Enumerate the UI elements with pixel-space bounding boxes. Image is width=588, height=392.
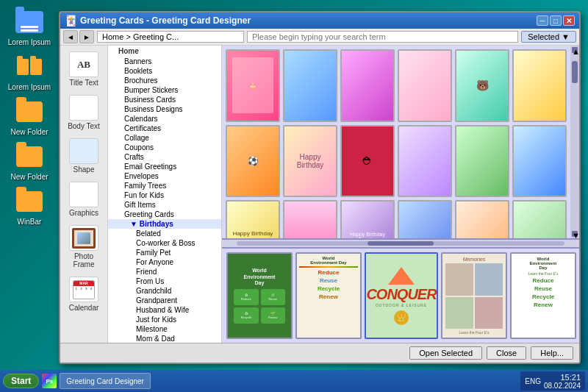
card-15[interactable]: Happy Birthday Grandpa: [340, 200, 395, 238]
tool-photo-frame[interactable]: Photo Frame: [62, 223, 105, 271]
cat-coupons[interactable]: Coupons: [108, 143, 221, 152]
desktop-icon-lorem2[interactable]: Lorem Ipsum: [4, 52, 55, 91]
cat-from-us[interactable]: From Us: [108, 277, 221, 286]
tool-graphics[interactable]: Graphics: [62, 179, 105, 219]
bottom-cards-strip: WorldEnvironmentDay ♻Reduce ↺Reuse ♻Recy…: [222, 247, 579, 343]
selected-button[interactable]: Selected ▼: [521, 31, 576, 43]
desktop: Lorem Ipsum Lorem Ipsum: [0, 0, 588, 392]
calendar-label: Calendar: [69, 304, 99, 312]
scroll-thumb[interactable]: [572, 61, 578, 83]
card-16[interactable]: [398, 200, 452, 238]
cat-greeting-cards[interactable]: Greeting Cards: [108, 210, 221, 219]
cat-email[interactable]: Email Greetings: [108, 162, 221, 171]
window-title: Greeting Cards - Greeting Card Designer: [80, 15, 251, 26]
cat-certificates[interactable]: Certificates: [108, 124, 221, 133]
cat-crafts[interactable]: Crafts: [108, 152, 221, 162]
tool-title-text[interactable]: AB Title Text: [62, 49, 105, 89]
card-6[interactable]: [512, 49, 567, 122]
body-text-label: Body Text: [68, 122, 100, 130]
cat-belated[interactable]: Belated: [108, 229, 221, 238]
photo-frame-label: Photo Frame: [65, 252, 103, 268]
cat-coworker[interactable]: Co-worker & Boss: [108, 238, 221, 248]
desktop-icon-lorem1[interactable]: Lorem Ipsum: [4, 7, 55, 46]
cat-biz-designs[interactable]: Business Designs: [108, 104, 221, 114]
tool-shape[interactable]: Shape: [62, 136, 105, 176]
cat-booklets[interactable]: Booklets: [108, 66, 221, 76]
help-button[interactable]: Help...: [531, 346, 573, 360]
close-button-action[interactable]: Close: [487, 346, 526, 360]
taskbar-app-btn[interactable]: Greeting Card Designer: [60, 373, 151, 389]
taskbar: Start Ps Greeting Card Designer ENG 15:2…: [0, 370, 588, 392]
body-text-icon: [69, 95, 98, 121]
card-13[interactable]: Happy Birthday Grandmother: [226, 200, 280, 238]
maximize-button[interactable]: □: [550, 15, 562, 26]
cat-husband-wife[interactable]: Husband & Wife: [108, 305, 221, 315]
bottom-card-env-white[interactable]: WorldEnvironmentDay Learn the Four E's R…: [510, 252, 576, 339]
bottom-card-env-green[interactable]: WorldEnvironmentDay ♻Reduce ↺Reuse ♻Recy…: [226, 252, 293, 339]
breadcrumb[interactable]: Home > Greeting C...: [97, 31, 244, 43]
cat-family-pet[interactable]: Family Pet: [108, 248, 221, 257]
window-controls: ─ □ ✕: [537, 15, 575, 26]
cat-biz-cards[interactable]: Business Cards: [108, 95, 221, 104]
minimize-button[interactable]: ─: [537, 15, 548, 26]
card-3[interactable]: [340, 49, 395, 122]
card-9[interactable]: ⛑: [340, 125, 395, 198]
cat-fun-kids[interactable]: Fun for Kids: [108, 190, 221, 200]
bottom-card-memories[interactable]: Memories Learn the Four E's: [441, 252, 507, 339]
start-button[interactable]: Start: [3, 374, 39, 388]
cat-home[interactable]: Home: [108, 46, 221, 57]
desktop-icon-new-folder2-label: New Folder: [10, 173, 48, 181]
cat-grandchild[interactable]: Grandchild: [108, 286, 221, 296]
search-input[interactable]: [247, 31, 518, 43]
calendar-icon: MAR 1234: [69, 277, 98, 302]
shape-icon: [69, 138, 98, 164]
cat-bumper[interactable]: Bumper Stickers: [108, 85, 221, 95]
forward-button[interactable]: ►: [79, 30, 94, 43]
cat-just-kids[interactable]: Just for Kids: [108, 315, 221, 324]
bottom-card-reduce[interactable]: WorldEnvironment Day Reduce Reuse Recycl…: [295, 252, 362, 339]
cat-family-trees[interactable]: Family Trees: [108, 181, 221, 190]
cat-gift[interactable]: Gift Items: [108, 200, 221, 210]
card-4[interactable]: [398, 49, 452, 122]
graphics-label: Graphics: [69, 209, 98, 217]
card-10[interactable]: [398, 125, 452, 198]
tools-panel: AB Title Text Body Text: [60, 46, 108, 343]
window-titlebar: 🃏 Greeting Cards - Greeting Card Designe…: [60, 13, 579, 29]
desktop-icon-lorem2-label: Lorem Ipsum: [8, 83, 51, 91]
cat-brochures[interactable]: Brochures: [108, 76, 221, 85]
cards-scrollbar[interactable]: ▲ ▼: [570, 46, 579, 238]
card-12[interactable]: [512, 125, 567, 198]
card-1[interactable]: 🎂: [226, 49, 280, 122]
card-18[interactable]: [512, 200, 567, 238]
card-2[interactable]: [283, 49, 337, 122]
close-button[interactable]: ✕: [563, 15, 575, 26]
open-selected-button[interactable]: Open Selected: [409, 346, 482, 360]
taskbar-icon-ps[interactable]: Ps: [42, 374, 57, 388]
card-14[interactable]: [283, 200, 337, 238]
cat-grandparent[interactable]: Grandparent: [108, 296, 221, 305]
title-text-label: Title Text: [69, 79, 98, 87]
cat-milestone[interactable]: Milestone: [108, 324, 221, 334]
card-11[interactable]: [455, 125, 509, 198]
cat-birthdays[interactable]: ▼ Birthdays: [108, 219, 221, 229]
cat-collage[interactable]: Collage: [108, 133, 221, 143]
desktop-icon-winbar[interactable]: WinBar: [4, 187, 55, 226]
taskbar-language: ENG: [525, 377, 541, 385]
cat-mom-dad[interactable]: Mom & Dad: [108, 334, 221, 343]
card-7[interactable]: ⚽: [226, 125, 280, 198]
cat-friend[interactable]: Friend: [108, 267, 221, 277]
card-8[interactable]: Happy Birthday: [283, 125, 337, 198]
cat-calendars[interactable]: Calendars: [108, 114, 221, 124]
tool-calendar[interactable]: MAR 1234 Calendar: [62, 274, 105, 314]
card-5[interactable]: 🐻: [455, 49, 509, 122]
card-17[interactable]: [455, 200, 509, 238]
cards-panel: 🎂 🐻 ⚽ Happy Birthday ⛑: [222, 46, 570, 238]
desktop-icon-new-folder2[interactable]: New Folder: [4, 142, 55, 181]
cat-for-anyone[interactable]: For Anyone: [108, 257, 221, 267]
desktop-icon-new-folder1[interactable]: New Folder: [4, 97, 55, 136]
back-button[interactable]: ◄: [63, 30, 78, 43]
cat-banners[interactable]: Banners: [108, 57, 221, 66]
tool-body-text[interactable]: Body Text: [62, 93, 105, 132]
cat-envelopes[interactable]: Envelopes: [108, 171, 221, 181]
bottom-card-conquer[interactable]: CONQUER OUTDOOR & LEISURE 👑: [365, 252, 438, 339]
